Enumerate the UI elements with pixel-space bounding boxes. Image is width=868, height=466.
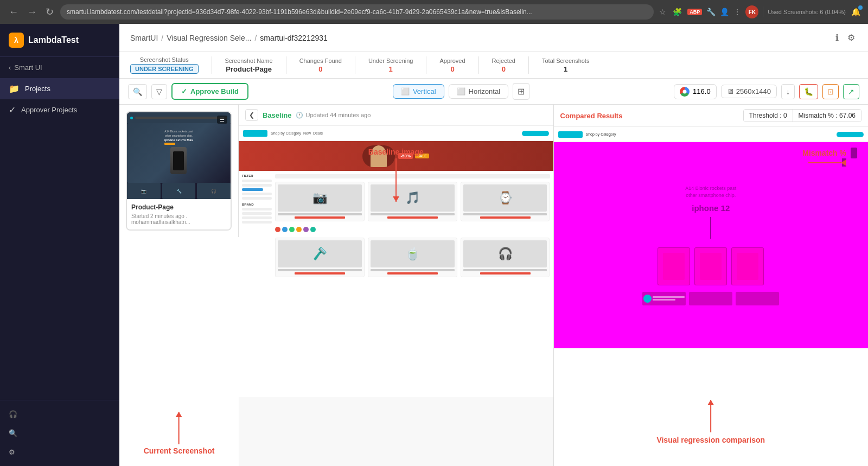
- nav-link-2: New: [303, 131, 311, 135]
- screenshot-card[interactable]: A14 Bionic rockets past other smartphone…: [126, 111, 232, 231]
- filter-item-active: [242, 188, 263, 191]
- resolution-value: 2560x1440: [736, 87, 771, 95]
- horizontal-view-button[interactable]: ⬜ Horizontal: [449, 84, 509, 99]
- toolbar-left: 🔍 ▽ ✓ Approve Build: [128, 83, 248, 100]
- site-nav-links: Shop by Category New Deals: [271, 131, 323, 135]
- sidebar-approver-label: Approver Projects: [21, 106, 77, 114]
- product-name-1: [278, 213, 362, 215]
- compared-panel-title: Compared Results: [560, 112, 623, 120]
- diff-product-img-3: [737, 253, 758, 280]
- projects-icon: 📁: [9, 84, 20, 94]
- product-card-4: 🪒: [275, 238, 365, 277]
- site-logo: [243, 130, 267, 137]
- overlay-button[interactable]: ⊞: [513, 83, 529, 100]
- product-card-2: 🎵: [368, 182, 457, 221]
- search-button[interactable]: 🔍: [128, 84, 147, 99]
- filter-item-2: [242, 184, 272, 187]
- address-bar[interactable]: smartui.lambdatest.com/testdetail?projec…: [60, 4, 654, 20]
- user-avatar[interactable]: FK: [745, 5, 758, 18]
- filter-button[interactable]: ▽: [151, 84, 167, 99]
- breadcrumb-root[interactable]: SmartUI: [130, 34, 158, 42]
- filter-title: FILTER: [242, 174, 272, 177]
- diff-shape-2: [842, 158, 846, 167]
- nav-link-3: Deals: [313, 131, 323, 135]
- toolbar-right: 116.0 🖥 2560x1440 ↓ 🐛 ⊡ ↗: [674, 84, 859, 99]
- notifications-bell[interactable]: 🔔: [850, 7, 861, 17]
- compared-image-container[interactable]: Shop by Category A: [554, 127, 869, 466]
- compared-panel: Compared Results Threshold : 0 Mismatch …: [554, 105, 869, 466]
- header-settings-button[interactable]: ⚙: [845, 30, 857, 45]
- thumb-hero-btn: [164, 143, 175, 145]
- info-button[interactable]: ℹ: [833, 30, 841, 45]
- sidebar-settings-btn[interactable]: ⚙: [0, 443, 119, 462]
- product-img-2: 🎵: [371, 184, 455, 212]
- color-swatches: [275, 225, 550, 234]
- chrome-version: 116.0: [693, 87, 711, 95]
- card-menu-button[interactable]: ☰: [217, 116, 227, 124]
- forward-button[interactable]: →: [25, 5, 39, 19]
- stat-total-value: 1: [564, 65, 567, 73]
- baseline-image-mock: Shop by Category New Deals: [239, 126, 553, 397]
- diff-bottom-strip: [642, 292, 779, 305]
- approve-build-button[interactable]: ✓ Approve Build: [171, 83, 248, 100]
- site-filters: FILTER BRAND: [242, 174, 272, 277]
- product-img-4: 🪒: [278, 240, 362, 267]
- thumb-hero: A14 Bionic rockets past other smartphone…: [127, 123, 231, 183]
- account-icon[interactable]: 👤: [720, 8, 729, 16]
- visual-regression-annotation: Visual regression comparison: [656, 400, 765, 444]
- download-button[interactable]: ↓: [781, 84, 795, 99]
- app-layout: λ LambdaTest ‹ Smart UI 📁 Projects ✓ App…: [0, 24, 868, 466]
- refresh-button[interactable]: ↻: [43, 5, 56, 19]
- bookmark-button[interactable]: ☆: [658, 7, 667, 17]
- compare-button[interactable]: ⊡: [822, 84, 839, 99]
- sidebar-back-btn[interactable]: ‹ Smart UI: [0, 57, 119, 78]
- threshold-label-text: Threshold :: [749, 112, 782, 119]
- sidebar-search-btn[interactable]: 🔍: [0, 424, 119, 443]
- compared-nav-links: Shop by Category: [586, 132, 616, 136]
- approver-icon: ✓: [9, 105, 16, 115]
- more-options-button[interactable]: ⋮: [733, 8, 741, 16]
- vertical-view-button[interactable]: ⬜ Vertical: [393, 84, 444, 99]
- screenshot-card-footer: Product-Page Started 2 minutes ago . moh…: [127, 199, 231, 229]
- sidebar-bottom: 🎧 🔍 ⚙: [0, 400, 119, 466]
- sidebar-item-projects[interactable]: 📁 Projects: [0, 78, 119, 99]
- diff-text-content: [653, 296, 685, 301]
- threshold-mismatch-display: Threshold : 0 Mismatch % : 67.06: [743, 109, 861, 122]
- swatch-blue: [282, 227, 288, 232]
- approve-icon: ✓: [181, 87, 187, 95]
- site-banner: -50% SALE: [239, 141, 553, 171]
- abp-badge: ABP: [687, 9, 702, 15]
- approve-build-label: Approve Build: [190, 87, 239, 95]
- screenshots-used: Used Screenshots: 6 (0.04%): [768, 9, 846, 15]
- horizontal-icon: ⬜: [457, 87, 465, 95]
- sidebar-help-btn[interactable]: 🎧: [0, 405, 119, 424]
- product-img-3: ⌚: [463, 184, 547, 212]
- stat-sep-1: [212, 56, 212, 74]
- vertical-label: Vertical: [413, 87, 436, 95]
- extensions-button[interactable]: 🧩: [672, 7, 683, 17]
- vr-arrow-container: [710, 400, 711, 432]
- main-content: SmartUI / Visual Regression Sele... / sm…: [119, 24, 868, 466]
- browser-version-display[interactable]: 116.0: [674, 84, 717, 99]
- banner-badge-promo: SALE: [415, 154, 429, 158]
- panel-collapse-button[interactable]: ❮: [245, 109, 258, 121]
- main-header: SmartUI / Visual Regression Sele... / sm…: [119, 24, 868, 52]
- baseline-panel-header: ❮ Baseline 🕐 Updated 44 minutes ago: [239, 105, 553, 126]
- filter-brand-3: [242, 216, 272, 219]
- stat-under-screening: Under Screening 1: [368, 58, 413, 73]
- product-price-3: [480, 216, 531, 219]
- bug-button[interactable]: 🐛: [799, 84, 818, 99]
- thumb-nav-bar: [135, 117, 227, 119]
- stat-under-screening-value: 1: [389, 65, 393, 73]
- baseline-image-container[interactable]: Shop by Category New Deals: [239, 126, 553, 466]
- thumb-hero-line1: A14 Bionic rockets past: [164, 130, 193, 133]
- breadcrumb-middle[interactable]: Visual Regression Sele...: [167, 34, 251, 42]
- resolution-display[interactable]: 🖥 2560x1440: [721, 85, 777, 98]
- sidebar-item-approver-projects[interactable]: ✓ Approver Projects: [0, 99, 119, 120]
- compared-nav-right: [837, 132, 864, 137]
- stat-screenshot-name-label: Screenshot Name: [225, 58, 273, 64]
- stat-sep-6: [528, 56, 529, 74]
- back-button[interactable]: ←: [7, 5, 21, 19]
- ext-button[interactable]: 🔧: [706, 8, 716, 16]
- share-button[interactable]: ↗: [843, 84, 859, 99]
